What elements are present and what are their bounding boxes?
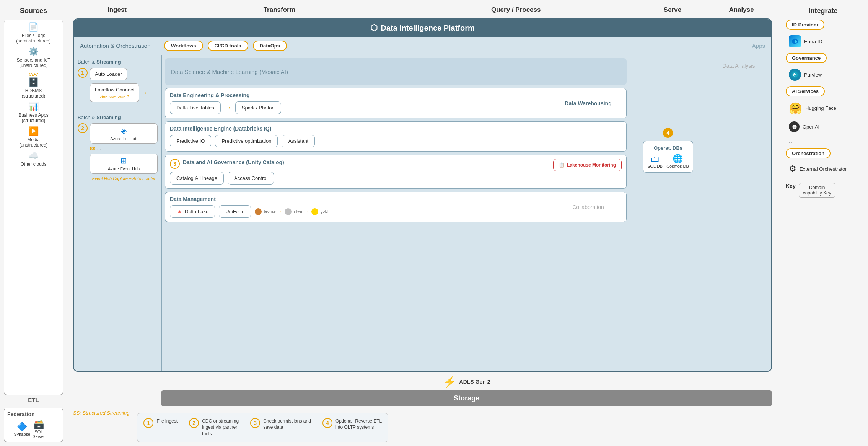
platform-center: Data Science & Machine Learning (Mosaic … <box>162 55 630 371</box>
gov-main: 3 Data and AI Governance (Unity Catalog)… <box>170 159 549 185</box>
cosmos-db-logo: 🌐 Cosmos DB <box>666 154 689 168</box>
spark-photon-badge: Spark / Photon <box>235 101 281 114</box>
legend-4-num: 4 <box>322 418 332 428</box>
apps-label: Apps <box>752 42 765 49</box>
automation-row: Automation & Orchestration Workflows CI/… <box>74 37 771 55</box>
sources-etl-block: 📄 Files / Logs(semi-structured) ⚙️ Senso… <box>4 20 63 395</box>
db-logos: 🗃 SQL DB 🌐 Cosmos DB <box>647 154 689 168</box>
legend-4: 4 Optional: Reverse ETLinto OLTP systems <box>322 418 382 437</box>
entra-id-label: Entra ID <box>804 39 822 44</box>
platform-title-bar: ⬡ Data Intelligence Platform <box>74 19 771 37</box>
workflows-badge: Workflows <box>164 41 203 51</box>
predictive-opt-badge: Predictive optimization <box>215 135 278 147</box>
ss-note: SS: Structured Streaming <box>73 410 129 442</box>
batch-streaming-1-label: Batch & Streaming <box>78 59 158 65</box>
dsml-row: Data Science & Machine Learning (Mosaic … <box>165 58 627 85</box>
legend-4-text: Optional: Reverse ETLinto OLTP systems <box>335 418 382 431</box>
platform-area: Ingest Transform Query / Process Serve A… <box>73 4 772 442</box>
de-title: Date Engineering & Processing <box>170 92 545 98</box>
rdbms-label: RDBMS(structured) <box>22 88 45 99</box>
arrow-2: → <box>305 209 309 214</box>
legend-1: 1 File ingest <box>143 418 178 437</box>
federation-label: Federation <box>7 411 60 417</box>
delta-lake-icon: 🔺 <box>176 209 182 214</box>
legend-3: 3 Check permissions andsave data <box>250 418 311 437</box>
federation-logos: 🔷 Synapse 🗃️ SQLServer ... <box>7 420 60 439</box>
number-3-circle: 3 <box>170 159 180 169</box>
rdbms-icon: 🗄️ <box>28 78 39 87</box>
sensors-iot-label: Sensors and IoT(unstructured) <box>16 57 50 68</box>
serve-content: 4 Operat. DBs 🗃 SQL DB 🌐 Cosmos D <box>643 128 693 173</box>
purview-label: Purview <box>804 72 822 78</box>
azure-more: ... <box>97 146 101 151</box>
dw-section: Data Warehousing <box>550 88 626 118</box>
business-apps-icon: 📊 <box>28 103 39 111</box>
legend-1-num: 1 <box>143 418 153 428</box>
source-rdbms: CDC 🗄️ RDBMS(structured) <box>7 72 60 99</box>
cdc-label: CDC <box>29 72 38 77</box>
de-row: Date Engineering & Processing Delta Live… <box>165 88 627 118</box>
sql-db-logo: 🗃 SQL DB <box>647 154 663 168</box>
analyse-header: Analyse <box>711 4 772 16</box>
gold-label: gold <box>321 209 328 214</box>
gov-badges: Catalog & Lineage Access Control <box>170 172 549 185</box>
access-control-badge: Access Control <box>228 172 274 185</box>
media-label: Media(unstructured) <box>19 137 48 148</box>
arrow-1: → <box>278 209 282 214</box>
de-main: Date Engineering & Processing Delta Live… <box>165 88 550 118</box>
lakeflow-item: Lakeflow Connect See use case 1 <box>90 83 139 102</box>
governance-category: Governance <box>786 53 827 63</box>
uniform-badge: UniForm <box>219 205 251 218</box>
other-clouds-label: Other clouds <box>20 162 46 167</box>
sensors-iot-icon: ⚙️ <box>28 47 39 56</box>
source-media: ▶️ Media(unstructured) <box>7 127 60 148</box>
die-badges: Predictive IO Predictive optimization As… <box>170 135 622 147</box>
analyse-inner-col: Data Analysis <box>706 55 771 371</box>
bottom-area: SS: Structured Streaming 1 File ingest 2… <box>73 410 772 442</box>
silver-medal <box>285 208 292 215</box>
source-sensors-iot: ⚙️ Sensors and IoT(unstructured) <box>7 47 60 68</box>
number-1-circle: 1 <box>78 68 88 78</box>
legend-2: 2 CDC or streamingingest via partnertool… <box>189 418 239 437</box>
azure-iot-label: Azure IoT Hub <box>110 136 137 141</box>
operat-title: Operat. DBs <box>647 145 689 151</box>
ss-label: SS <box>90 146 96 151</box>
bronze-label: bronze <box>264 209 276 214</box>
cosmos-db-icon: 🌐 <box>666 154 689 164</box>
auto-loader-item: Auto Loader <box>90 68 127 80</box>
sql-server-logo: 🗃️ SQLServer <box>33 420 45 439</box>
files-logs-label: Files / Logs(semi-structured) <box>16 33 51 44</box>
integrate-section: ID Provider Entra ID Governance <box>786 20 860 175</box>
de-items: Delta Live Tables → Spark / Photon <box>170 101 545 114</box>
etl-label: ETL <box>4 395 63 405</box>
die-title: Data Intelligence Engine (Databricks IQ) <box>170 126 622 132</box>
entra-id-icon <box>789 35 801 47</box>
integrate-header: Integrate <box>786 4 860 20</box>
azure-iot-icon: ◈ <box>121 126 127 135</box>
platform-main-box: ⬡ Data Intelligence Platform Automation … <box>73 18 772 372</box>
number-2-circle: 2 <box>78 123 88 133</box>
integrate-column: Integrate ID Provider Entra ID Governanc… <box>782 4 864 442</box>
adls-row: ⚡ ADLS Gen 2 <box>443 376 490 388</box>
platform-icon: ⬡ <box>370 23 378 33</box>
automation-label: Automation & Orchestration <box>80 42 156 49</box>
ingest-section-2: 2 ◈ Azure IoT Hub SS ... ⊞ <box>78 123 158 181</box>
bronze-medal <box>255 208 262 215</box>
platform-content: Batch & Streaming 1 Auto Loader Lakeflow <box>74 55 771 371</box>
delta-lake-badge: 🔺 Delta Lake <box>170 205 215 218</box>
automation-badges: Workflows CI/CD tools DataOps <box>164 41 287 51</box>
ingest-section-1: 1 Auto Loader <box>78 68 158 80</box>
dm-row: Data Management 🔺 Delta Lake UniForm bro… <box>165 192 627 222</box>
assistant-badge: Assistant <box>282 135 315 147</box>
sources-divider <box>68 15 68 431</box>
spacer-1 <box>78 105 158 111</box>
ss-row: SS ... <box>90 146 158 151</box>
operat-dbs-box: Operat. DBs 🗃 SQL DB 🌐 Cosmos DB <box>643 141 693 173</box>
key-section: Key Domaincapability Key <box>786 183 860 198</box>
serve-inner-col: 4 Operat. DBs 🗃 SQL DB 🌐 Cosmos D <box>630 55 706 371</box>
gov-title-row: 3 Data and AI Governance (Unity Catalog) <box>170 159 549 169</box>
purview-item: Purview <box>786 67 860 82</box>
auto-loader-label: Auto Loader <box>95 71 122 77</box>
sources-column: Sources 📄 Files / Logs(semi-structured) … <box>4 4 63 442</box>
domain-capability-key: Domaincapability Key <box>799 183 835 198</box>
